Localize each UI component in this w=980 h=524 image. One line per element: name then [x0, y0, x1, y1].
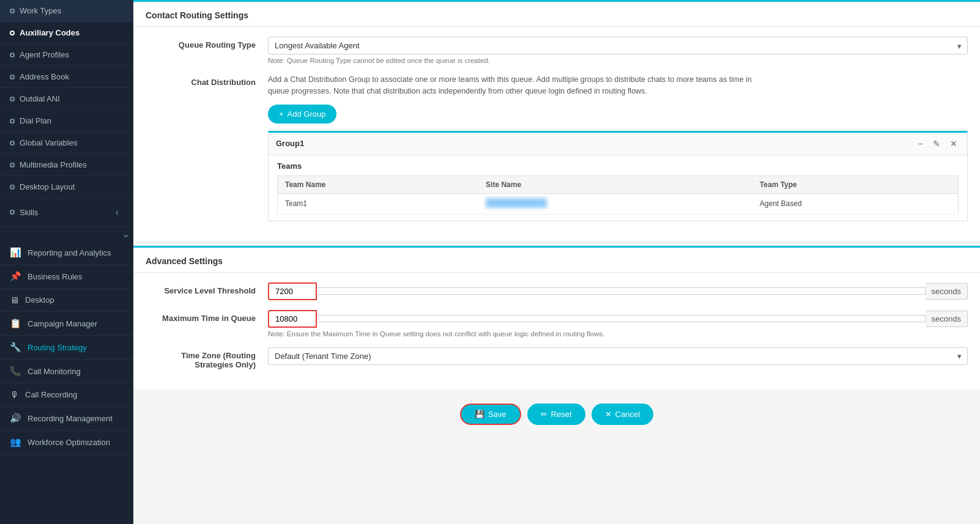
- site-name-cell: [478, 193, 752, 214]
- sidebar-item-workforce-optimization[interactable]: 👥 Workforce Optimization: [0, 430, 133, 454]
- service-level-row: Service Level Threshold seconds: [146, 282, 968, 300]
- col-team-type: Team Type: [752, 175, 959, 193]
- timezone-select-wrapper: Default (Tenant Time Zone): [268, 347, 968, 365]
- dot-icon: [10, 53, 15, 57]
- add-group-label: Add Group: [288, 109, 326, 119]
- sidebar-label: Outdial ANI: [20, 94, 60, 103]
- group-close-button[interactable]: ✕: [948, 138, 960, 150]
- sidebar-item-address-book[interactable]: Address Book: [0, 66, 133, 88]
- chat-distribution-row: Chat Distribution Add a Chat Distributio…: [146, 74, 968, 221]
- sidebar-label: Call Monitoring: [28, 367, 81, 376]
- sidebar-item-routing-strategy[interactable]: 🔧 Routing Strategy: [0, 336, 133, 360]
- plus-icon: +: [279, 109, 284, 119]
- save-icon: 💾: [475, 410, 484, 419]
- sidebar-item-work-types[interactable]: Work Types: [0, 0, 133, 22]
- people-icon: 👥: [10, 437, 21, 448]
- cancel-button[interactable]: ✕ Cancel: [592, 404, 653, 425]
- teams-section: Teams Team Name Site Name Team Type: [269, 155, 967, 221]
- sidebar-item-multimedia-profiles[interactable]: Multimedia Profiles: [0, 154, 133, 176]
- reset-button[interactable]: ✏ Reset: [527, 404, 585, 425]
- sidebar-label: Desktop: [25, 295, 54, 304]
- queue-routing-type-select[interactable]: Longest Available Agent: [268, 37, 968, 54]
- desktop-icon: 🖥: [10, 295, 19, 305]
- team-name-cell: Team1: [278, 193, 479, 214]
- sidebar-item-campaign-manager[interactable]: 📋 Campaign Manager: [0, 312, 133, 336]
- sidebar-item-call-monitoring[interactable]: 📞 Call Monitoring: [0, 360, 133, 383]
- col-site-name: Site Name: [478, 175, 752, 193]
- sidebar-label: Work Types: [20, 6, 61, 15]
- sidebar-item-reporting-analytics[interactable]: 📊 Reporting and Analytics: [0, 241, 133, 265]
- timezone-row: Time Zone (Routing Strategies Only) Defa…: [146, 347, 968, 369]
- sidebar-item-skills[interactable]: Skills ‹: [0, 198, 133, 227]
- collapse-button[interactable]: ‹: [111, 204, 124, 220]
- site-name-blurred: [486, 198, 547, 208]
- sidebar-item-recording-management[interactable]: 🔊 Recording Management: [0, 407, 133, 430]
- team-type-cell: Agent Based: [752, 193, 959, 214]
- max-time-control: seconds Note: Ensure the Maximum Time in…: [268, 310, 968, 338]
- chat-distribution-text: Add a Chat Distribution Group to associa…: [268, 74, 770, 97]
- max-time-input-group: seconds: [268, 310, 968, 328]
- max-time-label: Maximum Time in Queue: [146, 310, 268, 323]
- save-label: Save: [488, 410, 507, 419]
- group-minimize-button[interactable]: −: [916, 138, 926, 150]
- pin-icon: 📌: [10, 271, 21, 282]
- sidebar-item-global-variables[interactable]: Global Variables: [0, 132, 133, 154]
- service-level-label: Service Level Threshold: [146, 282, 268, 295]
- service-level-input-group: seconds: [268, 282, 968, 300]
- group1-card: Group1 − ✎ ✕ Teams: [268, 131, 968, 221]
- teams-table: Team Name Site Name Team Type Team1: [277, 175, 959, 215]
- group-edit-button[interactable]: ✎: [930, 138, 943, 150]
- reset-label: Reset: [551, 410, 572, 419]
- sidebar-item-call-recording[interactable]: 🎙 Call Recording: [0, 383, 133, 407]
- advanced-settings-section: Advanced Settings Service Level Threshol…: [133, 246, 980, 389]
- max-time-note: Note: Ensure the Maximum Time in Queue s…: [268, 330, 968, 338]
- sidebar-item-outdial-ani[interactable]: Outdial ANI: [0, 88, 133, 110]
- max-time-input[interactable]: [268, 310, 317, 328]
- col-team-name: Team Name: [278, 175, 479, 193]
- sidebar-item-dial-plan[interactable]: Dial Plan: [0, 110, 133, 132]
- sidebar-label: Skills: [20, 208, 38, 217]
- sidebar-item-desktop-layout[interactable]: Desktop Layout: [0, 176, 133, 198]
- save-button[interactable]: 💾 Save: [460, 404, 521, 425]
- sidebar-item-auxiliary-codes[interactable]: Auxiliary Codes: [0, 22, 133, 44]
- service-level-control: seconds: [268, 282, 968, 300]
- chat-distribution-control: Add a Chat Distribution Group to associa…: [268, 74, 968, 221]
- sidebar-label: Campaign Manager: [28, 319, 97, 328]
- contact-routing-title: Contact Routing Settings: [133, 2, 980, 27]
- dot-icon: [10, 141, 15, 146]
- sidebar-label: Desktop Layout: [20, 182, 75, 191]
- dot-icon: [10, 97, 15, 101]
- chat-distribution-label: Chat Distribution: [146, 74, 268, 87]
- sidebar-label: Global Variables: [20, 138, 77, 147]
- sidebar-label: Address Book: [20, 72, 69, 81]
- cancel-label: Cancel: [615, 410, 640, 419]
- sidebar-label: Call Recording: [25, 390, 77, 399]
- sidebar-label: Dial Plan: [20, 116, 51, 125]
- sidebar-label: Business Rules: [28, 272, 83, 281]
- group1-title: Group1: [276, 139, 304, 148]
- sidebar-label: Recording Management: [28, 414, 113, 423]
- dot-icon: [10, 185, 15, 190]
- table-row: Team1 Agent Based: [278, 193, 959, 214]
- sidebar-item-desktop[interactable]: 🖥 Desktop: [0, 289, 133, 312]
- routing-icon: 🔧: [10, 342, 21, 353]
- reset-icon: ✏: [541, 410, 548, 419]
- timezone-control: Default (Tenant Time Zone): [268, 347, 968, 365]
- sidebar-label: Routing Strategy: [28, 343, 87, 352]
- sidebar-label: Agent Profiles: [20, 50, 69, 59]
- service-level-input[interactable]: [268, 282, 317, 300]
- add-group-button[interactable]: + Add Group: [268, 105, 336, 124]
- dot-icon: [10, 9, 15, 13]
- main-content: Contact Routing Settings Queue Routing T…: [133, 0, 980, 524]
- sidebar-item-business-rules[interactable]: 📌 Business Rules: [0, 265, 133, 289]
- scroll-indicator: ⌄: [122, 228, 130, 240]
- timezone-select[interactable]: Default (Tenant Time Zone): [268, 347, 968, 365]
- timezone-label: Time Zone (Routing Strategies Only): [146, 347, 268, 369]
- sidebar-label: Workforce Optimization: [28, 438, 110, 447]
- queue-routing-select-wrapper: Longest Available Agent: [268, 37, 968, 54]
- dot-icon: [10, 210, 15, 215]
- chart-icon: 📊: [10, 247, 21, 258]
- max-time-suffix: seconds: [926, 311, 968, 327]
- bottom-actions: 💾 Save ✏ Reset ✕ Cancel: [133, 394, 980, 437]
- sidebar-item-agent-profiles[interactable]: Agent Profiles: [0, 44, 133, 66]
